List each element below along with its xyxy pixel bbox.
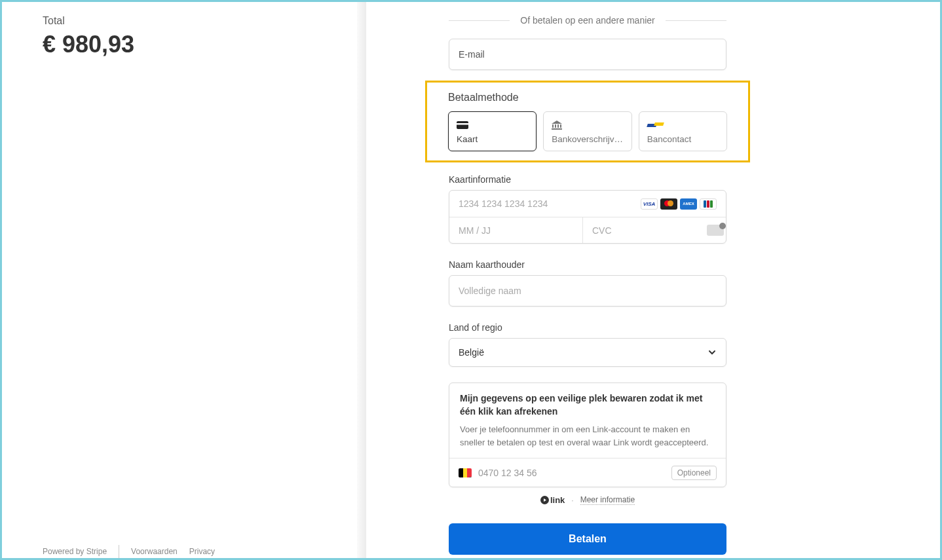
link-title: Mijn gegevens op een veilige plek beware… xyxy=(460,392,715,418)
order-summary: Total € 980,93 Powered by Stripe Voorwaa… xyxy=(2,2,366,558)
chevron-down-icon xyxy=(707,348,717,357)
svg-rect-5 xyxy=(557,124,559,128)
cvc-icon xyxy=(707,225,724,236)
payment-method-bancontact[interactable]: Bancontact xyxy=(639,111,727,151)
chevron-down-icon xyxy=(469,477,472,477)
checkout-form: Of betalen op een andere manier E-mail B… xyxy=(366,2,940,558)
svg-rect-0 xyxy=(457,121,468,129)
cardholder-row[interactable] xyxy=(449,275,726,307)
privacy-link[interactable]: Privacy xyxy=(189,547,215,556)
bank-icon xyxy=(552,120,623,130)
visa-icon: VISA xyxy=(641,198,658,210)
payment-method-title: Betaalmethode xyxy=(448,92,727,103)
svg-marker-2 xyxy=(552,121,562,124)
card-expiry-cell[interactable] xyxy=(449,217,582,243)
region-select[interactable]: België xyxy=(449,338,726,367)
region-title: Land of regio xyxy=(449,322,726,333)
email-label: E-mail xyxy=(459,49,485,60)
mastercard-icon xyxy=(660,198,677,210)
payment-method-bank-label: Bankoverschrijv… xyxy=(552,134,623,144)
terms-link[interactable]: Voorwaarden xyxy=(131,547,178,556)
card-brand-icons: VISA AMEX xyxy=(641,198,717,210)
amex-icon: AMEX xyxy=(680,198,697,210)
separator-dot: · xyxy=(571,496,573,505)
phone-input[interactable] xyxy=(478,468,665,478)
region-selected: België xyxy=(459,347,484,358)
cardholder-input[interactable] xyxy=(459,286,717,296)
optional-badge: Optioneel xyxy=(671,466,717,480)
card-number-input[interactable] xyxy=(459,198,641,209)
payment-method-highlight: Betaalmethode Kaart Bankoverschrijv… xyxy=(425,81,750,162)
svg-rect-7 xyxy=(552,128,562,130)
payment-method-card-label: Kaart xyxy=(457,134,528,144)
svg-rect-3 xyxy=(552,124,554,128)
card-info-title: Kaartinformatie xyxy=(449,174,726,185)
payment-method-bank[interactable]: Bankoverschrijv… xyxy=(543,111,631,151)
total-label: Total xyxy=(43,15,366,27)
card-cvc-cell[interactable] xyxy=(582,217,726,243)
payment-method-options: Kaart Bankoverschrijv… Bancontact xyxy=(448,111,727,151)
alt-payment-divider: Of betalen op een andere manier xyxy=(449,15,726,26)
jcb-icon xyxy=(700,198,717,210)
email-row[interactable]: E-mail xyxy=(449,39,726,70)
link-arrow-icon xyxy=(540,496,549,504)
more-info-link[interactable]: Meer informatie xyxy=(580,495,635,505)
email-input[interactable] xyxy=(497,49,717,60)
pay-button[interactable]: Betalen xyxy=(449,523,726,555)
total-amount: € 980,93 xyxy=(43,31,366,58)
link-description: Voer je telefoonnummer in om een Link-ac… xyxy=(460,423,715,449)
svg-rect-6 xyxy=(560,124,561,128)
card-cvc-input[interactable] xyxy=(592,225,707,236)
footer-divider xyxy=(119,545,119,558)
belgium-flag-icon[interactable] xyxy=(459,468,472,477)
card-icon xyxy=(457,120,528,130)
svg-rect-4 xyxy=(555,124,556,128)
alt-payment-label: Of betalen op een andere manier xyxy=(510,15,665,26)
link-save-box: Mijn gegevens op een veilige plek beware… xyxy=(449,383,726,487)
link-phone-row[interactable]: Optioneel xyxy=(449,458,726,487)
footer-links: Powered by Stripe Voorwaarden Privacy xyxy=(43,545,215,558)
cardholder-title: Naam kaarthouder xyxy=(449,259,726,270)
bancontact-icon xyxy=(647,120,719,130)
link-footer: link · Meer informatie xyxy=(449,495,726,505)
link-logo: link xyxy=(540,495,565,505)
card-info-box: VISA AMEX xyxy=(449,190,726,244)
powered-by-label: Powered by Stripe xyxy=(43,547,107,556)
payment-method-card[interactable]: Kaart xyxy=(448,111,537,151)
card-number-cell[interactable]: VISA AMEX xyxy=(449,191,726,217)
svg-rect-1 xyxy=(457,123,468,125)
card-expiry-input[interactable] xyxy=(459,225,573,236)
payment-method-bancontact-label: Bancontact xyxy=(647,134,719,144)
